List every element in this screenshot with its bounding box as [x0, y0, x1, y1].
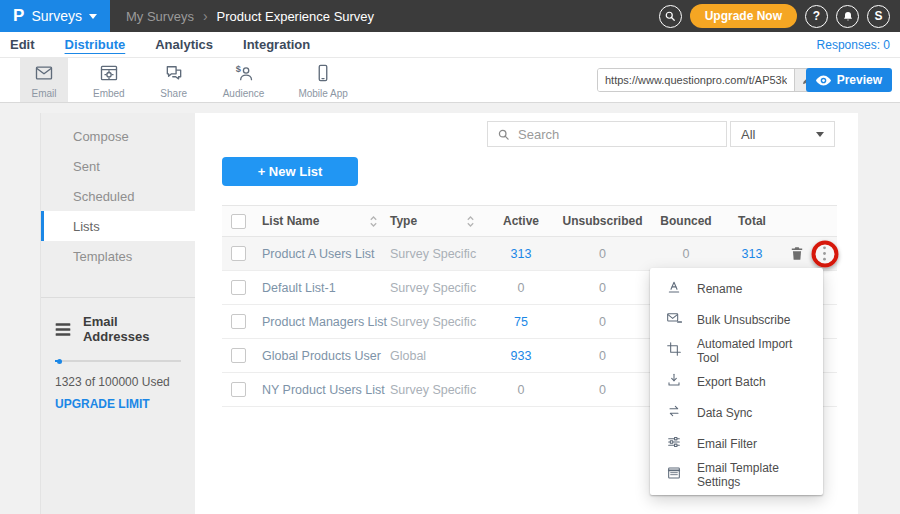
search-icon [664, 10, 676, 22]
row-checkbox[interactable] [231, 348, 246, 363]
context-menu-item[interactable]: Data Sync [650, 397, 823, 428]
new-list-button[interactable]: + New List [222, 157, 358, 186]
survey-title: Product Experience Survey [217, 9, 375, 24]
row-checkbox[interactable] [231, 246, 246, 261]
sidebar-items: Compose Sent Scheduled Lists Templates [41, 113, 195, 271]
search-button[interactable] [659, 5, 682, 28]
sidebar-item[interactable]: Compose [41, 121, 195, 151]
email-filter-icon [666, 434, 682, 453]
context-menu-item[interactable]: Rename [650, 273, 823, 304]
list-name-link[interactable]: NY Product Users List [262, 383, 390, 397]
email-addresses-header: Email Addresses [55, 314, 181, 344]
delete-list-button[interactable] [790, 246, 804, 261]
active-count: 0 [487, 281, 555, 295]
row-checkbox[interactable] [231, 280, 246, 295]
data-sync-icon [666, 403, 682, 422]
context-menu-item[interactable]: Email Template Settings [650, 459, 823, 490]
upgrade-now-button[interactable]: Upgrade Now [690, 4, 797, 28]
total-count: 313 [722, 247, 782, 261]
active-count: 75 [487, 315, 555, 329]
question-mark-icon: ? [813, 9, 820, 23]
nav-tab[interactable]: Integration [243, 37, 310, 52]
nav-tab[interactable]: Analytics [155, 37, 213, 52]
column-header-list-name: List Name [262, 214, 390, 228]
preview-button[interactable]: Preview [806, 68, 892, 92]
audience-icon: $ [234, 63, 254, 87]
survey-url-input[interactable] [598, 69, 794, 91]
channel-tab[interactable]: Share [150, 58, 198, 102]
list-type: Survey Specific [390, 383, 487, 397]
channel-toolbar: Email Embed Share $ Audience Mobile App [0, 58, 900, 103]
active-count: 0 [487, 383, 555, 397]
responses-count[interactable]: Responses: 0 [817, 38, 890, 52]
list-stack-icon [55, 322, 71, 337]
kebab-menu-icon [822, 246, 827, 261]
list-name-link[interactable]: Global Products User [262, 349, 390, 363]
usage-progress-dot [57, 359, 62, 364]
email-sidebar: Compose Sent Scheduled Lists Templates E… [40, 113, 195, 514]
sort-icon[interactable] [369, 215, 378, 228]
table-row: Product A Users List Survey Specific 313… [222, 237, 837, 271]
export-batch-icon [666, 372, 682, 391]
list-filter-dropdown[interactable]: All [730, 121, 835, 147]
notifications-button[interactable] [836, 5, 859, 28]
list-name-link[interactable]: Product Managers List [262, 315, 390, 329]
context-menu-item[interactable]: Automated Import Tool [650, 335, 823, 366]
list-name-link[interactable]: Product A Users List [262, 247, 390, 261]
channel-tab[interactable]: Embed [84, 58, 134, 102]
list-type: Survey Specific [390, 281, 487, 295]
list-search-box [487, 121, 727, 147]
chevron-down-icon [89, 14, 97, 19]
automated-import-icon [666, 341, 682, 360]
top-bar: P Surveys My Surveys › Product Experienc… [0, 0, 900, 32]
row-checkbox[interactable] [231, 314, 246, 329]
questionpro-logo-icon: P [13, 6, 24, 26]
svg-text:$: $ [235, 64, 240, 74]
breadcrumb-parent-link[interactable]: My Surveys [126, 9, 194, 24]
sidebar-item[interactable]: Lists [41, 211, 195, 241]
search-icon [497, 128, 510, 141]
list-type: Global [390, 349, 487, 363]
row-menu-button[interactable] [822, 246, 827, 261]
search-input[interactable] [518, 127, 717, 142]
column-header-total: Total [722, 214, 782, 228]
row-context-menu: Rename Bulk Unsubscribe Automated Import… [650, 268, 823, 495]
row-checkbox[interactable] [231, 382, 246, 397]
email-template-settings-icon [666, 465, 682, 484]
rename-icon [666, 279, 682, 298]
filter-selected-value: All [741, 127, 755, 142]
product-switcher[interactable]: P Surveys [0, 0, 110, 32]
nav-tab[interactable]: Distribute [65, 37, 126, 52]
help-button[interactable]: ? [805, 5, 828, 28]
account-avatar[interactable]: S [867, 5, 890, 28]
unsubscribed-count: 0 [555, 281, 650, 295]
sort-icon[interactable] [466, 215, 475, 228]
channel-tab[interactable]: Email [20, 58, 68, 102]
nav-tab[interactable]: Edit [10, 37, 35, 52]
unsubscribed-count: 0 [555, 349, 650, 363]
list-type: Survey Specific [390, 315, 487, 329]
channel-tab[interactable]: Mobile App [289, 58, 356, 102]
upgrade-limit-link[interactable]: UPGRADE LIMIT [55, 397, 181, 411]
share-icon [164, 63, 184, 87]
distribute-lists-page: P Surveys My Surveys › Product Experienc… [0, 0, 900, 514]
email-icon [34, 63, 54, 87]
select-all-checkbox[interactable] [231, 214, 246, 229]
column-header-type: Type [390, 214, 487, 228]
bulk-unsubscribe-icon [666, 310, 682, 329]
context-menu-item[interactable]: Export Batch [650, 366, 823, 397]
sidebar-item[interactable]: Templates [41, 241, 195, 271]
sidebar-item[interactable]: Sent [41, 151, 195, 181]
survey-url-box [597, 68, 819, 92]
context-menu-item[interactable]: Email Filter [650, 428, 823, 459]
active-count: 313 [487, 247, 555, 261]
active-count: 933 [487, 349, 555, 363]
column-header-bounced: Bounced [650, 214, 722, 228]
chevron-down-icon [816, 132, 824, 137]
list-name-link[interactable]: Default List-1 [262, 281, 390, 295]
sidebar-item[interactable]: Scheduled [41, 181, 195, 211]
list-type: Survey Specific [390, 247, 487, 261]
email-addresses-section: Email Addresses 1323 of 100000 Used UPGR… [41, 297, 195, 411]
channel-tab[interactable]: $ Audience [214, 58, 274, 102]
context-menu-item[interactable]: Bulk Unsubscribe [650, 304, 823, 335]
